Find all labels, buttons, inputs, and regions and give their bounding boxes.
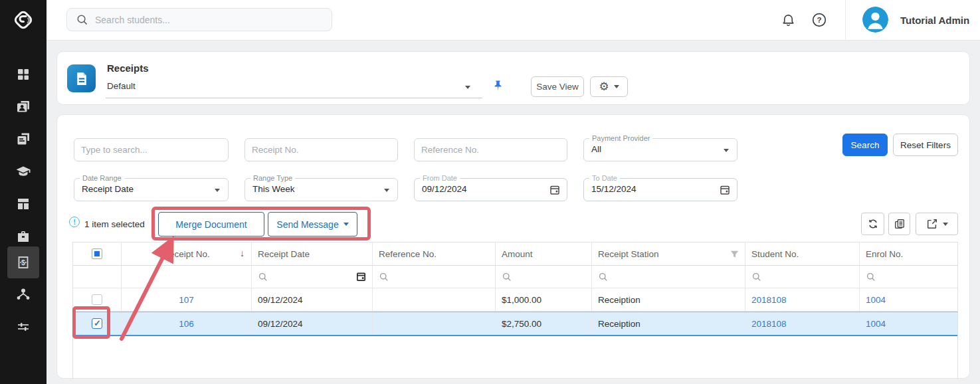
search-icon <box>502 272 512 282</box>
sidebar-item-network[interactable] <box>0 278 47 310</box>
filter-cell-enrol-no[interactable] <box>860 266 957 288</box>
to-date-field[interactable]: To Date 15/12/2024 <box>583 178 737 201</box>
export-icon <box>926 218 938 230</box>
calendar-icon[interactable] <box>355 271 367 284</box>
notifications-button[interactable] <box>779 11 797 29</box>
quick-search-input[interactable] <box>74 138 229 161</box>
enrol-link[interactable]: 1004 <box>866 319 886 329</box>
column-header-reference-no[interactable]: Reference No. <box>373 242 496 265</box>
sidebar-item-students[interactable] <box>0 90 47 122</box>
send-message-label: Send Message <box>276 219 338 230</box>
sidebar: $ <box>0 0 47 384</box>
receipt-no-cell: 107 <box>122 288 252 311</box>
receipt-date-cell: 09/12/2024 <box>252 288 373 311</box>
calendar-icon[interactable] <box>719 184 731 199</box>
range-type-select[interactable]: Range Type This Week <box>245 178 398 201</box>
receipts-module-icon <box>67 64 96 92</box>
select-all-cell[interactable] <box>73 242 122 265</box>
payment-provider-value: All <box>591 144 601 154</box>
copy-button[interactable] <box>888 213 910 235</box>
merge-document-button[interactable]: Merge Document <box>158 212 264 237</box>
date-range-label: Date Range <box>80 174 124 183</box>
sidebar-item-documents[interactable] <box>0 123 47 155</box>
payment-provider-select[interactable]: Payment Provider All <box>583 138 737 161</box>
receipt-link[interactable]: 106 <box>179 319 194 329</box>
range-type-label: Range Type <box>250 174 295 183</box>
app-logo-icon <box>10 7 37 33</box>
pin-view-button[interactable] <box>490 77 506 94</box>
refresh-button[interactable] <box>861 213 884 235</box>
view-selector[interactable]: Default <box>106 77 482 98</box>
view-settings-button[interactable]: ⚙ <box>590 76 628 97</box>
calendar-icon[interactable] <box>549 184 561 199</box>
range-type-value: This Week <box>252 184 295 194</box>
svg-text:$: $ <box>21 258 25 266</box>
pin-icon <box>492 80 504 92</box>
grid-filter-row <box>73 266 957 288</box>
send-message-button[interactable]: Send Message <box>268 212 357 237</box>
filter-cell-student-no[interactable] <box>745 266 860 288</box>
user-avatar[interactable] <box>862 7 888 33</box>
sidebar-item-receipts[interactable]: $ <box>0 246 47 278</box>
select-all-checkbox[interactable] <box>92 248 102 259</box>
table-row[interactable]: 107 09/12/2024 $1,000.00 Receiption 2018… <box>73 288 957 312</box>
amount-cell: $1,000.00 <box>496 288 592 311</box>
sidebar-item-courses[interactable] <box>0 155 47 187</box>
row-select-cell[interactable] <box>73 288 122 311</box>
column-header-receipt-date[interactable]: Receipt Date <box>252 242 373 265</box>
reference-no-input[interactable] <box>414 138 567 161</box>
view-header-panel: Receipts Default Save View ⚙ <box>56 51 970 105</box>
row-checkbox[interactable] <box>92 294 102 305</box>
chevron-down-icon <box>724 149 729 152</box>
enrol-no-cell: 1004 <box>860 312 957 335</box>
save-view-button[interactable]: Save View <box>531 76 584 97</box>
row-select-cell[interactable] <box>73 312 122 335</box>
filter-cell-receipt-no[interactable] <box>122 266 252 288</box>
filter-cell-receipt-station[interactable] <box>592 266 745 288</box>
column-header-receipt-station[interactable]: Receipt Station <box>592 242 745 265</box>
column-header-enrol-no[interactable]: Enrol No. <box>860 242 957 265</box>
filter-cell-amount[interactable] <box>496 266 592 288</box>
column-header-receipt-no[interactable]: Receipt No. ↓ <box>122 242 252 265</box>
receipt-icon: $ <box>16 255 31 270</box>
briefcase-icon <box>16 229 31 244</box>
enrol-link[interactable]: 1004 <box>866 295 886 305</box>
receipt-no-cell: 106 <box>122 312 252 335</box>
search-button[interactable]: Search <box>842 134 888 156</box>
date-range-select[interactable]: Date Range Receipt Date <box>74 178 229 201</box>
user-name[interactable]: Tutorial Admin <box>900 0 969 40</box>
filter-funnel-icon[interactable] <box>730 249 739 261</box>
global-search[interactable] <box>66 8 332 31</box>
column-header-student-no[interactable]: Student No. <box>745 242 860 265</box>
graduation-cap-icon <box>15 163 31 179</box>
reset-filters-button[interactable]: Reset Filters <box>893 134 958 156</box>
content-panel: Payment Provider All Search Reset Filter… <box>56 114 970 379</box>
receipt-station-cell: Receiption <box>592 312 745 335</box>
from-date-label: From Date <box>420 174 460 183</box>
receipt-date-cell: 09/12/2024 <box>252 312 373 335</box>
receipt-no-input[interactable] <box>245 138 398 161</box>
sidebar-item-dashboard[interactable] <box>0 58 47 90</box>
sidebar-item-settings[interactable] <box>0 311 47 343</box>
amount-cell: $2,750.00 <box>496 312 592 335</box>
date-range-value: Receipt Date <box>82 184 134 194</box>
filter-cell-reference-no[interactable] <box>373 266 496 288</box>
help-button[interactable]: ? <box>811 11 828 29</box>
from-date-field[interactable]: From Date 09/12/2024 <box>414 178 567 201</box>
table-row[interactable]: 106 09/12/2024 $2,750.00 Receiption 2018… <box>73 312 957 336</box>
student-link[interactable]: 2018108 <box>751 319 787 329</box>
search-icon <box>76 13 88 26</box>
export-button[interactable] <box>916 213 958 235</box>
filter-cell-receipt-date[interactable] <box>252 266 373 288</box>
student-link[interactable]: 2018108 <box>751 295 787 305</box>
to-date-value: 15/12/2024 <box>591 184 637 194</box>
column-header-amount[interactable]: Amount <box>496 242 592 265</box>
svg-text:?: ? <box>817 16 821 24</box>
global-search-input[interactable] <box>95 15 308 25</box>
topbar-divider <box>845 0 846 41</box>
search-icon <box>598 272 608 282</box>
row-checkbox[interactable] <box>92 318 102 329</box>
receipts-grid: Receipt No. ↓ Receipt Date Reference No.… <box>72 242 958 379</box>
receipt-link[interactable]: 107 <box>179 295 194 305</box>
sidebar-item-boards[interactable] <box>0 188 47 220</box>
